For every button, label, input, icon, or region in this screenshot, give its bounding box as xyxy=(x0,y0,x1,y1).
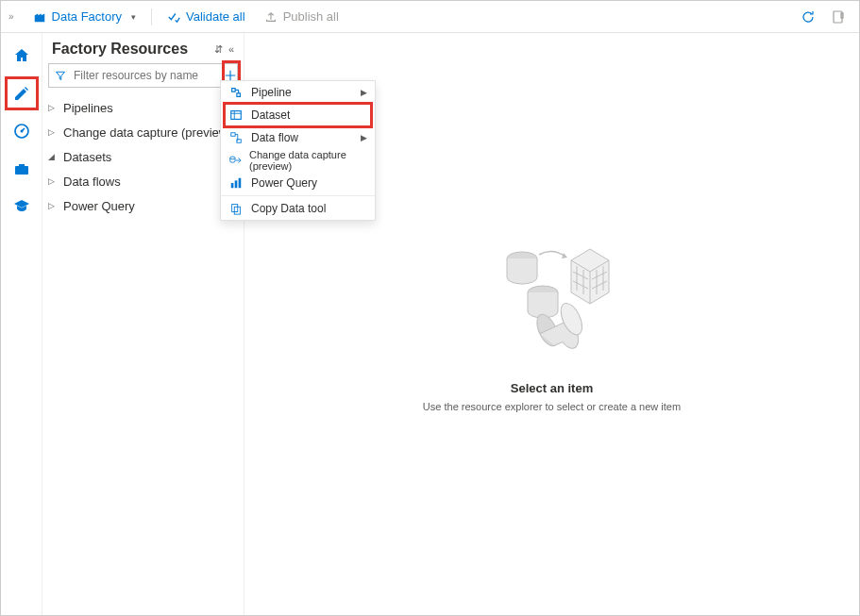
menu-item-label: Data flow xyxy=(251,131,298,144)
body: Factory Resources ⇵ « ▷ P xyxy=(1,33,859,615)
gauge-icon xyxy=(12,122,31,141)
graduation-icon xyxy=(12,197,31,216)
svg-rect-23 xyxy=(231,183,234,188)
chevron-right-icon: ▷ xyxy=(48,103,58,112)
svg-point-3 xyxy=(20,130,23,133)
chevron-right-icon: ▶ xyxy=(361,133,367,142)
menu-item-powerquery[interactable]: Power Query xyxy=(221,172,375,194)
svg-rect-17 xyxy=(231,111,242,120)
menu-separator xyxy=(221,195,375,196)
svg-rect-20 xyxy=(231,133,235,137)
collapse-panel-icon[interactable]: « xyxy=(228,43,234,56)
empty-state-subtitle: Use the resource explorer to select or c… xyxy=(423,401,681,412)
svg-rect-4 xyxy=(15,166,28,175)
topbar: » Data Factory ▾ Validate all Publish al… xyxy=(1,1,859,33)
divider xyxy=(151,8,152,25)
nav-author[interactable] xyxy=(1,75,42,112)
menu-item-label: Dataset xyxy=(251,108,290,122)
resource-tree: ▷ Pipelines ▷ Change data capture (previ… xyxy=(42,93,244,220)
home-icon xyxy=(12,46,31,65)
tree-item-label: Pipelines xyxy=(63,101,113,115)
nav-learn[interactable] xyxy=(1,188,42,225)
tree-item-label: Data flows xyxy=(63,175,121,189)
tree-item-label: Power Query xyxy=(63,199,135,213)
toolbox-icon xyxy=(12,159,31,178)
menu-item-copydata[interactable]: Copy Data tool xyxy=(221,197,375,220)
tree-item-powerquery[interactable]: ▷ Power Query xyxy=(42,193,244,218)
chevron-right-icon: ▷ xyxy=(48,176,58,186)
tree-item-datasets[interactable]: ◢ Datasets xyxy=(42,144,244,169)
filter-input-wrapper[interactable] xyxy=(48,63,224,88)
panel-title: Factory Resources xyxy=(52,41,188,58)
panel-header: Factory Resources ⇵ « xyxy=(42,33,244,63)
cdc-icon xyxy=(228,154,242,167)
menu-item-label: Copy Data tool xyxy=(251,202,326,215)
publish-label: Publish all xyxy=(283,9,339,24)
tree-item-dataflows[interactable]: ▷ Data flows xyxy=(42,169,244,193)
pencil-icon xyxy=(12,84,31,103)
svg-point-22 xyxy=(230,157,235,159)
left-nav-rail xyxy=(1,33,42,615)
menu-item-dataflow[interactable]: Data flow ▶ xyxy=(221,126,375,149)
copydata-icon xyxy=(228,202,244,215)
menu-item-label: Pipeline xyxy=(251,86,292,99)
powerquery-icon xyxy=(228,176,244,190)
svg-rect-25 xyxy=(239,178,242,189)
factory-icon xyxy=(33,10,46,24)
nav-manage[interactable] xyxy=(1,150,42,188)
tree-item-pipelines[interactable]: ▷ Pipelines xyxy=(42,95,244,120)
factory-resources-panel: Factory Resources ⇵ « ▷ P xyxy=(42,33,245,615)
upload-icon xyxy=(264,10,278,24)
add-resource-menu: Pipeline ▶ Dataset Data flow ▶ Change da… xyxy=(220,80,376,221)
check-icon xyxy=(167,10,180,24)
menu-item-pipeline[interactable]: Pipeline ▶ xyxy=(221,81,375,104)
tree-item-cdc[interactable]: ▷ Change data capture (preview) xyxy=(42,120,244,144)
menu-item-cdc[interactable]: Change data capture (preview) xyxy=(221,149,375,172)
nav-home[interactable] xyxy=(1,37,42,75)
empty-state-title: Select an item xyxy=(511,381,593,395)
chevron-right-icon: ▶ xyxy=(361,88,367,97)
menu-item-label: Change data capture (preview) xyxy=(249,149,367,172)
pin-icon[interactable]: ⇵ xyxy=(214,43,223,56)
menu-item-dataset[interactable]: Dataset xyxy=(221,104,375,126)
feedback-button[interactable] xyxy=(825,4,852,30)
app-switcher[interactable]: Data Factory ▾ xyxy=(25,6,143,27)
filter-row xyxy=(48,63,238,88)
validate-label: Validate all xyxy=(186,9,245,24)
pipeline-icon xyxy=(228,86,244,99)
chevron-down-icon: ▾ xyxy=(131,12,136,22)
tree-item-label: Datasets xyxy=(63,150,111,164)
refresh-icon xyxy=(801,9,816,25)
empty-state-illustration xyxy=(477,236,628,368)
menu-item-label: Power Query xyxy=(251,176,317,190)
expand-toggle-icon[interactable]: » xyxy=(8,11,14,22)
dataflow-icon xyxy=(228,131,244,144)
validate-all-button[interactable]: Validate all xyxy=(160,6,253,27)
filter-input[interactable] xyxy=(72,68,217,83)
tree-item-label: Change data capture (preview) xyxy=(63,125,232,140)
app-name-label: Data Factory xyxy=(52,9,122,24)
app-window: » Data Factory ▾ Validate all Publish al… xyxy=(0,0,860,616)
publish-all-button[interactable]: Publish all xyxy=(257,6,346,27)
svg-rect-24 xyxy=(235,180,238,188)
notebook-icon xyxy=(831,9,846,25)
chevron-right-icon: ▷ xyxy=(48,127,58,137)
dataset-icon xyxy=(228,108,244,122)
refresh-button[interactable] xyxy=(795,4,821,30)
nav-monitor[interactable] xyxy=(1,112,42,150)
chevron-right-icon: ▷ xyxy=(48,201,58,210)
chevron-down-icon: ◢ xyxy=(48,152,58,161)
filter-icon xyxy=(55,70,66,81)
